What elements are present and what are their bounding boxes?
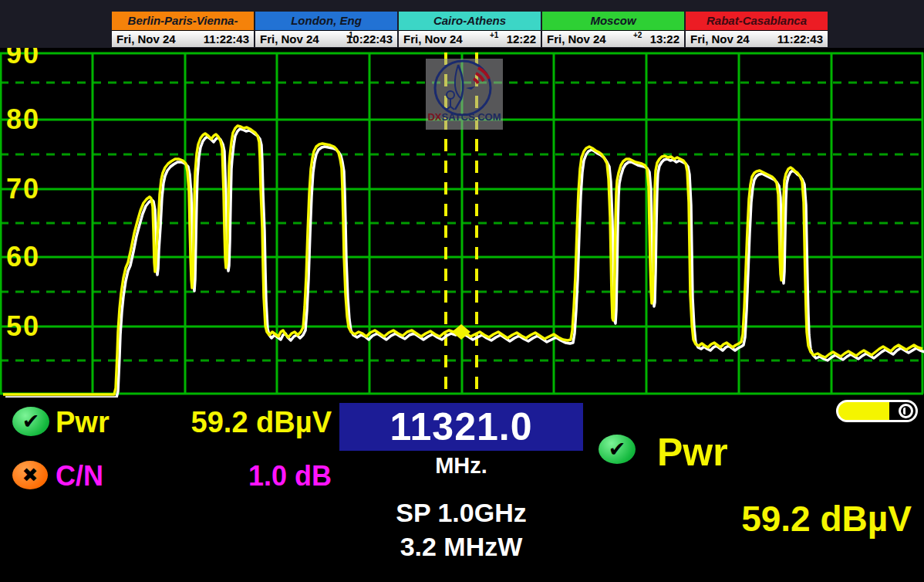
frequency-display[interactable]: 11321.0	[339, 403, 583, 451]
y-label-60: 60	[6, 241, 40, 273]
clock-panel-london: London, Eng Fri, Nov 24 -1 10:22:43	[255, 12, 397, 47]
power-toggle[interactable]	[836, 400, 918, 422]
cn-value: 1.0 dB	[108, 460, 332, 492]
span-setting: SP 1.0GHz	[339, 498, 583, 528]
pwr-right-check-icon: ✔	[599, 435, 636, 464]
clock-city-label: Moscow	[542, 12, 684, 31]
y-label-70: 70	[6, 173, 40, 205]
clock-panel-rabat: Rabat-Casablanca Fri, Nov 24 11:22:43	[686, 12, 828, 47]
meter-screen: 90 80 70 60 50 DXSATCS.COM Berlin-Paris-…	[0, 0, 924, 582]
satellite-dish-logo-icon	[427, 59, 501, 116]
cn-label: C/N	[56, 460, 103, 492]
clock-panel-cairo: Cairo-Athens Fri, Nov 24 +1 12:22	[399, 12, 541, 47]
pwr-value: 59.2 dBµV	[108, 406, 332, 439]
toggle-knob-icon	[899, 404, 913, 418]
clock-city-label: Rabat-Casablanca	[686, 12, 828, 31]
bandwidth-setting: 3.2 MHzW	[339, 532, 583, 562]
watermark-text: DXSATCS.COM	[427, 111, 501, 123]
clock-datetime: Fri, Nov 24 11:22:43	[686, 31, 828, 47]
pwr-right-value: 59.2 dBµV	[609, 498, 912, 540]
clock-city-label: Cairo-Athens	[399, 12, 541, 31]
clock-datetime: Fri, Nov 24 -1 10:22:43	[255, 31, 397, 47]
spectrum-maxhold-trace	[5, 129, 924, 398]
clock-datetime: Fri, Nov 24 +2 13:22	[542, 31, 684, 47]
y-label-50: 50	[6, 310, 40, 343]
y-axis-labels: 90 80 70 60 50	[0, 48, 69, 394]
clock-panel-moscow: Moscow Fri, Nov 24 +2 13:22	[542, 12, 684, 47]
y-label-90: 90	[6, 48, 40, 70]
world-clock-bar: Berlin-Paris-Vienna-Roma Fri, Nov 24 11:…	[0, 0, 924, 48]
readout-panel: ✔ Pwr 59.2 dBµV 11321.0 MHz. ✖ C/N 1.0 d…	[0, 398, 924, 582]
clock-datetime: Fri, Nov 24 +1 12:22	[399, 31, 541, 47]
pwr-lock-check-icon: ✔	[12, 407, 49, 436]
dxsatcs-watermark-logo: DXSATCS.COM	[426, 59, 503, 130]
pwr-right-label: Pwr	[657, 430, 728, 475]
clock-city-label: London, Eng	[255, 12, 397, 31]
cn-fail-cross-icon: ✖	[12, 461, 48, 489]
clock-city-label: Berlin-Paris-Vienna-Roma	[112, 12, 254, 31]
frequency-value: 11321.0	[390, 404, 533, 449]
clock-panel-berlin: Berlin-Paris-Vienna-Roma Fri, Nov 24 11:…	[112, 12, 254, 47]
y-label-80: 80	[6, 103, 40, 136]
pwr-label: Pwr	[56, 406, 110, 439]
clock-datetime: Fri, Nov 24 11:22:43	[112, 31, 254, 47]
frequency-unit: MHz.	[339, 453, 583, 479]
